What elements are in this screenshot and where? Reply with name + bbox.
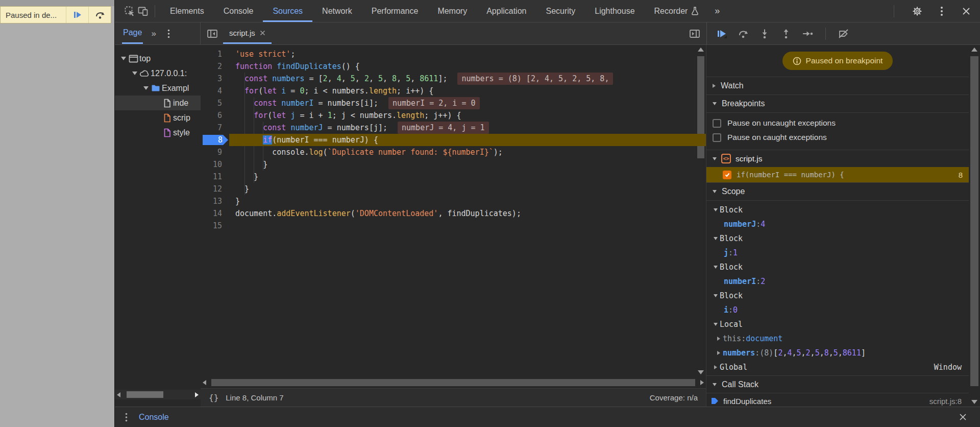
code-line[interactable]: document.addEventListener('DOMContentLoa… [229,207,706,220]
hide-debugger-panel-icon[interactable] [688,27,701,40]
pretty-print-icon[interactable]: {} [209,393,218,402]
line-number[interactable]: 1 [201,48,229,60]
chevron-right-icon[interactable] [715,337,723,341]
file-tab-scriptjs[interactable]: script.js [223,23,272,44]
line-number[interactable]: 4 [201,85,229,97]
scrollbar-thumb[interactable] [970,56,978,386]
pause-on-uncaught-row[interactable]: Pause on uncaught exceptions [706,116,969,130]
drawer-tab-console[interactable]: Console [139,413,169,422]
chevron-down-icon[interactable] [712,323,720,326]
tree-item-127001[interactable]: 127.0.0.1: [115,66,201,81]
step-over-button-page[interactable] [88,7,111,23]
more-tabs-button[interactable]: » [708,6,726,16]
code-line[interactable]: } [229,158,706,171]
breakpoint-checkbox-checked[interactable] [723,171,731,179]
expander-icon[interactable] [142,86,150,90]
scope-variable-row[interactable]: numbers: (8) [2, 4, 5, 2, 5, 8, 5, 8611] [706,346,969,360]
code-line[interactable]: } [229,183,706,195]
scope-variable-row[interactable]: j: 1 [706,246,969,260]
scope-variable-row[interactable]: numberI: 2 [706,274,969,289]
line-number[interactable]: 10 [201,158,229,171]
step-into-button[interactable] [756,26,773,41]
breakpoint-file-group[interactable]: <> script.js [706,150,969,167]
tab-security[interactable]: Security [536,0,585,22]
scrollbar-thumb[interactable] [211,379,695,386]
tab-network[interactable]: Network [312,0,362,22]
navigator-tab-page[interactable]: Page [122,23,143,44]
code-line[interactable]: const numberI = numbers[i];numberI = 2, … [229,97,706,109]
scope-group-block[interactable]: Block [706,289,969,303]
expander-icon[interactable] [131,72,138,75]
expander-icon[interactable] [120,57,127,60]
navigator-kebab-icon[interactable] [167,29,170,38]
chevron-down-icon[interactable] [712,208,720,211]
navigator-more-tabs[interactable]: » [151,29,156,39]
tab-recorder[interactable]: Recorder [645,0,709,22]
scope-group-block[interactable]: Block [706,231,969,246]
code-line[interactable]: const numberJ = numbers[j];numberJ = 4, … [229,122,706,134]
scope-variable-row[interactable]: numberJ: 4 [706,217,969,231]
scope-group-global[interactable]: GlobalWindow [706,360,969,374]
drawer-kebab-icon[interactable] [125,413,128,422]
close-devtools-icon[interactable] [960,5,973,18]
tab-performance[interactable]: Performance [362,0,428,22]
line-number[interactable]: 6 [201,109,229,122]
chevron-right-icon[interactable] [712,365,720,369]
code-line[interactable]: console.log(`Duplicate number found: ${n… [229,146,706,158]
kebab-menu-icon[interactable] [935,5,948,18]
device-toolbar-icon[interactable] [136,5,150,18]
editor-horizontal-scrollbar[interactable] [201,377,706,388]
scroll-down-arrow[interactable] [971,400,977,404]
step-over-button[interactable] [734,26,752,41]
line-number[interactable]: 12 [201,183,229,195]
tab-application[interactable]: Application [477,0,536,22]
line-number[interactable]: 5 [201,97,229,109]
tree-item-style[interactable]: style [115,125,201,140]
line-number[interactable]: 13 [201,195,229,207]
code-column[interactable]: 'use strict';function findDuplicates() {… [229,45,706,377]
scope-group-block[interactable]: Block [706,260,969,274]
breakpoint-line-badge[interactable]: 8 [201,134,229,146]
resume-script-button-toolbar[interactable] [713,26,730,41]
tree-item-scrip[interactable]: scrip [115,110,201,125]
code-line[interactable] [229,220,706,232]
line-number[interactable]: 11 [201,171,229,183]
breakpoint-entry-row[interactable]: if(numberI === numberJ) { 8 [706,167,969,182]
call-stack-section-header[interactable]: Call Stack [706,375,969,393]
pause-uncaught-checkbox[interactable] [713,119,721,128]
hide-navigator-icon[interactable] [206,27,219,40]
step-out-button[interactable] [777,26,795,41]
scrollbar-thumb[interactable] [127,391,163,398]
code-line[interactable]: function findDuplicates() { [229,60,706,73]
scope-group-block[interactable]: Block [706,203,969,217]
watch-section-header[interactable]: Watch [706,77,969,94]
chevron-down-icon[interactable] [712,266,720,269]
line-number[interactable]: 15 [201,220,229,232]
tab-lighthouse[interactable]: Lighthouse [585,0,644,22]
scroll-down-arrow[interactable] [698,370,704,374]
code-line[interactable]: for(let i = 0; i < numbers.length; i++) … [229,85,706,97]
resume-script-button[interactable] [66,7,88,23]
tree-item-exampl[interactable]: Exampl [115,81,201,96]
call-stack-frame[interactable]: findDuplicatesscript.js:8 [706,393,969,407]
scope-section-header[interactable]: Scope [706,182,969,200]
tab-memory[interactable]: Memory [428,0,477,22]
scroll-right-arrow[interactable] [195,392,199,397]
tab-sources[interactable]: Sources [263,0,312,22]
line-number[interactable]: 14 [201,207,229,220]
line-number[interactable]: 3 [201,73,229,85]
chevron-right-icon[interactable] [715,351,723,355]
code-line[interactable]: } [229,171,706,183]
settings-gear-icon[interactable] [911,5,924,18]
panel-vertical-scrollbar[interactable] [969,45,980,407]
deactivate-breakpoints-button[interactable] [835,26,852,41]
line-number[interactable]: 2 [201,60,229,73]
tree-item-inde[interactable]: inde [115,96,201,110]
code-line[interactable]: 'use strict'; [229,48,706,60]
chevron-down-icon[interactable] [712,237,720,240]
tab-elements[interactable]: Elements [160,0,214,22]
scope-group-local[interactable]: Local [706,317,969,331]
line-number-gutter[interactable]: 123456789101112131415 [201,45,229,377]
inspect-element-icon[interactable] [123,5,136,18]
scroll-up-arrow[interactable] [971,48,977,52]
